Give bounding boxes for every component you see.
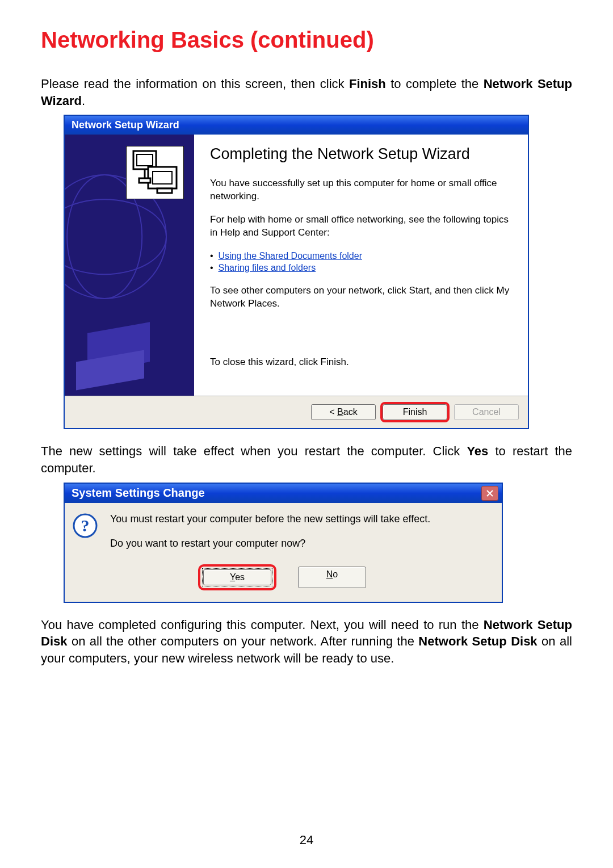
computers-icon xyxy=(126,146,184,199)
cancel-button: Cancel xyxy=(454,404,519,420)
closing-bold-2: Network Setup Disk xyxy=(418,634,537,648)
network-setup-wizard-window: Network Setup Wizard xyxy=(64,115,529,429)
close-button[interactable] xyxy=(481,486,498,501)
back-button-u: B xyxy=(337,407,343,417)
wizard-titlebar: Network Setup Wizard xyxy=(65,116,528,135)
bullet-icon: • xyxy=(210,263,219,272)
yes-u: Y xyxy=(230,572,235,582)
no-button[interactable]: No xyxy=(298,567,366,588)
yes-rest: es xyxy=(235,572,245,582)
after-wizard-bold: Yes xyxy=(467,444,488,458)
wizard-heading: Completing the Network Setup Wizard xyxy=(210,144,517,164)
intro-text: Please read the information on this scre… xyxy=(41,77,349,91)
closing-2: on all the other computers on your netwo… xyxy=(72,634,418,648)
msgbox-titlebar: System Settings Change xyxy=(65,484,502,503)
msgbox-buttons: Yes No xyxy=(65,567,502,602)
intro-finish-bold: Finish xyxy=(349,77,386,91)
after-wizard-paragraph: The new settings will take effect when y… xyxy=(41,443,572,476)
intro-paragraph: Please read the information on this scre… xyxy=(41,76,572,109)
msgbox-body: ? You must restart your computer before … xyxy=(65,503,502,567)
help-link-shared-documents[interactable]: Using the Shared Documents folder xyxy=(219,251,362,261)
svg-rect-5 xyxy=(139,178,150,183)
back-button[interactable]: < Back xyxy=(311,404,376,420)
msgbox-text: You must restart your computer before th… xyxy=(110,513,430,562)
section-title: Networking Basics (continued) xyxy=(41,27,572,53)
wizard-para-1: You have successfully set up this comput… xyxy=(210,177,517,203)
bullet-icon: • xyxy=(210,251,219,261)
wizard-content: Completing the Network Setup Wizard You … xyxy=(194,135,528,396)
back-button-prefix: < xyxy=(329,407,337,417)
finish-button[interactable]: Finish xyxy=(383,404,447,420)
msgbox-line-2: Do you want to restart your computer now… xyxy=(110,538,430,550)
wizard-body: Completing the Network Setup Wizard You … xyxy=(65,135,528,396)
question-icon: ? xyxy=(73,513,98,538)
yes-button[interactable]: Yes xyxy=(203,569,271,585)
wizard-side-graphic xyxy=(65,135,194,396)
help-link-sharing-files[interactable]: Sharing files and folders xyxy=(219,263,316,272)
help-link-list: • Using the Shared Documents folder • Sh… xyxy=(210,250,517,274)
intro-text-2: to complete the xyxy=(391,77,483,91)
back-button-suffix: ack xyxy=(343,407,358,417)
wizard-footer: < Back Finish Cancel xyxy=(65,396,528,428)
system-settings-change-dialog: System Settings Change ? You must restar… xyxy=(64,483,503,603)
msgbox-line-1: You must restart your computer before th… xyxy=(110,513,430,525)
no-rest: o xyxy=(333,569,338,579)
page-number: 24 xyxy=(0,833,613,848)
wizard-para-2: For help with home or small office netwo… xyxy=(210,213,517,240)
svg-rect-6 xyxy=(157,188,172,193)
close-icon xyxy=(486,489,494,497)
svg-text:?: ? xyxy=(81,516,90,535)
svg-rect-3 xyxy=(153,171,172,184)
svg-rect-1 xyxy=(137,154,153,166)
yes-button-highlight: Yes xyxy=(200,567,274,588)
wizard-para-4: To close this wizard, click Finish. xyxy=(210,356,517,369)
msgbox-title-text: System Settings Change xyxy=(72,487,205,500)
closing-paragraph: You have completed configuring this comp… xyxy=(41,617,572,667)
no-u: N xyxy=(326,569,333,579)
wizard-para-3: To see other computers on your network, … xyxy=(210,284,517,311)
closing-1: You have completed configuring this comp… xyxy=(41,618,484,632)
after-wizard-1: The new settings will take effect when y… xyxy=(41,444,467,458)
printer-illustration-icon xyxy=(76,305,167,384)
intro-period: . xyxy=(82,94,85,108)
